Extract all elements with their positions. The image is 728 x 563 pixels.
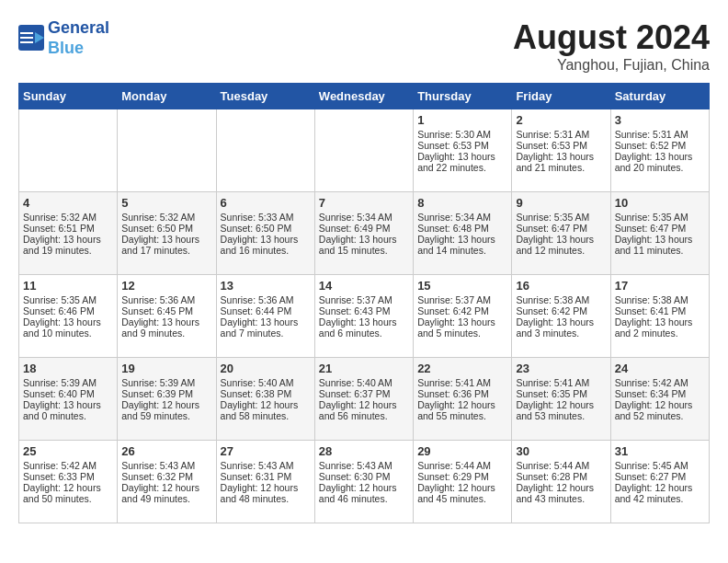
day-number: 24 [615, 362, 705, 375]
calendar-day-cell: 12Sunrise: 5:36 AMSunset: 6:45 PMDayligh… [118, 275, 216, 358]
day-info: and 50 minutes. [23, 493, 113, 504]
day-info: Sunset: 6:48 PM [417, 223, 507, 234]
day-info: and 55 minutes. [417, 410, 507, 421]
day-info: Sunrise: 5:37 AM [417, 294, 507, 305]
day-info: and 22 minutes. [417, 162, 507, 173]
day-info: Sunrise: 5:44 AM [417, 460, 507, 471]
day-info: Sunrise: 5:32 AM [23, 212, 113, 223]
day-info: Daylight: 12 hours [516, 399, 606, 410]
day-number: 11 [23, 279, 113, 293]
day-info: Sunrise: 5:30 AM [417, 129, 507, 140]
logo-icon [18, 25, 46, 52]
day-info: Daylight: 13 hours [615, 151, 705, 162]
day-info: and 58 minutes. [221, 410, 311, 421]
day-number: 29 [417, 444, 507, 458]
day-info: and 15 minutes. [319, 245, 409, 256]
day-info: Sunset: 6:37 PM [319, 388, 409, 399]
day-info: Sunrise: 5:45 AM [615, 460, 705, 471]
day-info: and 56 minutes. [319, 410, 409, 421]
day-info: Sunrise: 5:42 AM [23, 460, 113, 471]
day-info: Daylight: 12 hours [319, 482, 409, 493]
day-number: 7 [319, 196, 409, 210]
day-info: and 52 minutes. [615, 410, 705, 421]
day-number: 27 [221, 444, 311, 458]
day-number: 10 [615, 196, 705, 210]
day-info: Sunset: 6:36 PM [417, 388, 507, 399]
day-info: and 3 minutes. [516, 327, 606, 339]
day-of-week-header: Saturday [610, 84, 709, 109]
day-info: Sunrise: 5:40 AM [221, 377, 311, 388]
day-info: and 48 minutes. [221, 493, 311, 504]
day-info: and 43 minutes. [516, 493, 606, 504]
day-info: Daylight: 12 hours [319, 399, 409, 410]
day-info: Sunrise: 5:35 AM [615, 212, 705, 223]
day-info: Daylight: 13 hours [23, 399, 113, 410]
day-info: Sunset: 6:45 PM [121, 305, 211, 316]
day-number: 14 [319, 279, 409, 293]
day-info: Sunset: 6:30 PM [319, 471, 409, 482]
calendar-day-cell: 3Sunrise: 5:31 AMSunset: 6:52 PMDaylight… [610, 109, 709, 192]
day-info: Daylight: 13 hours [23, 316, 113, 327]
logo-text: General Blue [48, 18, 109, 58]
day-info: and 21 minutes. [516, 162, 606, 173]
day-info: Sunrise: 5:41 AM [417, 377, 507, 388]
day-number: 30 [516, 444, 606, 458]
day-info: Daylight: 13 hours [516, 234, 606, 245]
day-info: and 7 minutes. [221, 327, 311, 339]
day-info: Sunset: 6:39 PM [121, 388, 211, 399]
logo-line1: General [48, 18, 109, 37]
day-info: Daylight: 13 hours [221, 316, 311, 327]
day-info: and 10 minutes. [23, 327, 113, 339]
day-info: and 2 minutes. [615, 327, 705, 339]
day-info: and 45 minutes. [417, 493, 507, 504]
calendar-week-row: 1Sunrise: 5:30 AMSunset: 6:53 PMDaylight… [19, 109, 710, 192]
day-info: Daylight: 12 hours [516, 482, 606, 493]
page-header: General Blue August 2024 Yanghou, Fujian… [18, 18, 710, 74]
day-info: Sunrise: 5:44 AM [516, 460, 606, 471]
calendar-day-cell: 27Sunrise: 5:43 AMSunset: 6:31 PMDayligh… [216, 441, 314, 523]
day-info: Sunrise: 5:34 AM [319, 212, 409, 223]
day-number: 25 [23, 444, 113, 458]
calendar-day-cell: 14Sunrise: 5:37 AMSunset: 6:43 PMDayligh… [314, 275, 413, 358]
day-info: Sunset: 6:47 PM [615, 223, 705, 234]
day-of-week-header: Friday [512, 84, 610, 109]
day-info: Daylight: 12 hours [221, 482, 311, 493]
calendar-day-cell [314, 109, 413, 192]
day-number: 15 [417, 279, 507, 293]
day-info: Sunrise: 5:38 AM [516, 294, 606, 305]
day-info: Sunset: 6:46 PM [23, 305, 113, 316]
svg-rect-2 [20, 32, 33, 34]
day-info: and 19 minutes. [23, 245, 113, 256]
calendar-day-cell [19, 109, 118, 192]
day-info: and 5 minutes. [417, 327, 507, 339]
day-info: Sunrise: 5:37 AM [319, 294, 409, 305]
day-info: Daylight: 12 hours [417, 399, 507, 410]
calendar-body: 1Sunrise: 5:30 AMSunset: 6:53 PMDaylight… [19, 109, 710, 523]
day-info: Daylight: 13 hours [417, 234, 507, 245]
day-info: Daylight: 12 hours [221, 399, 311, 410]
day-info: Sunrise: 5:43 AM [121, 460, 211, 471]
calendar-day-cell: 21Sunrise: 5:40 AMSunset: 6:37 PMDayligh… [314, 358, 413, 441]
calendar-day-cell: 26Sunrise: 5:43 AMSunset: 6:32 PMDayligh… [118, 441, 216, 523]
day-info: Daylight: 12 hours [615, 399, 705, 410]
day-info: Sunset: 6:44 PM [221, 305, 311, 316]
day-info: Daylight: 13 hours [121, 234, 211, 245]
calendar-day-cell: 1Sunrise: 5:30 AMSunset: 6:53 PMDaylight… [414, 109, 512, 192]
day-number: 12 [121, 279, 211, 293]
day-info: Sunset: 6:32 PM [121, 471, 211, 482]
calendar-day-cell: 30Sunrise: 5:44 AMSunset: 6:28 PMDayligh… [512, 441, 610, 523]
day-info: Sunrise: 5:39 AM [23, 377, 113, 388]
calendar-day-cell: 15Sunrise: 5:37 AMSunset: 6:42 PMDayligh… [414, 275, 512, 358]
day-info: and 12 minutes. [516, 245, 606, 256]
day-info: Sunset: 6:53 PM [417, 140, 507, 151]
day-info: Daylight: 13 hours [319, 234, 409, 245]
calendar-day-cell: 8Sunrise: 5:34 AMSunset: 6:48 PMDaylight… [414, 192, 512, 275]
calendar-day-cell: 23Sunrise: 5:41 AMSunset: 6:35 PMDayligh… [512, 358, 610, 441]
day-info: Sunset: 6:41 PM [615, 305, 705, 316]
day-number: 20 [221, 362, 311, 375]
calendar-day-cell [216, 109, 314, 192]
day-info: Sunset: 6:40 PM [23, 388, 113, 399]
day-number: 3 [615, 113, 705, 127]
day-info: and 59 minutes. [121, 410, 211, 421]
day-info: Sunset: 6:35 PM [516, 388, 606, 399]
